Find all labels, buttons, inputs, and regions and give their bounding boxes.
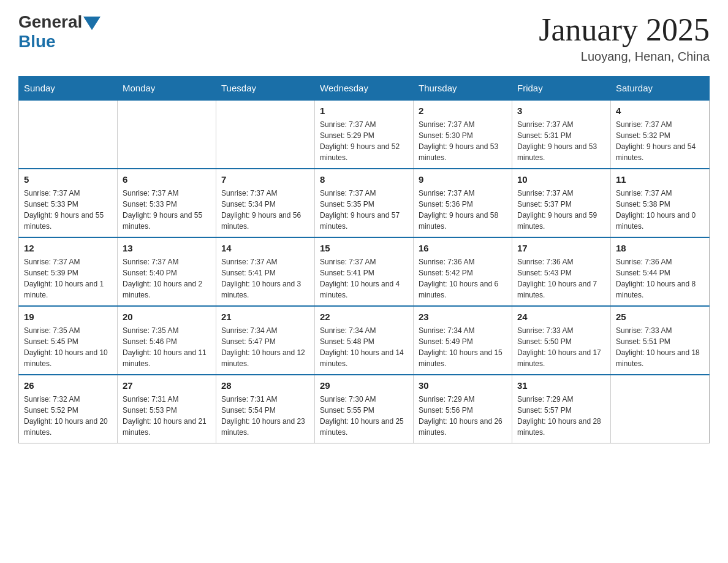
day-number: 19 — [24, 310, 112, 323]
day-info: Sunrise: 7:29 AM Sunset: 5:57 PM Dayligh… — [517, 394, 605, 438]
calendar-header-row: Sunday Monday Tuesday Wednesday Thursday… — [19, 77, 710, 101]
table-row: 20Sunrise: 7:35 AM Sunset: 5:46 PM Dayli… — [118, 306, 216, 375]
day-number: 14 — [221, 242, 309, 255]
logo-arrow-icon — [83, 17, 100, 30]
day-number: 23 — [419, 310, 507, 323]
day-number: 3 — [517, 104, 605, 117]
table-row: 15Sunrise: 7:37 AM Sunset: 5:41 PM Dayli… — [315, 237, 414, 306]
day-number: 20 — [123, 310, 211, 323]
day-info: Sunrise: 7:31 AM Sunset: 5:53 PM Dayligh… — [123, 394, 211, 438]
logo-blue-text: Blue — [18, 32, 56, 52]
table-row: 31Sunrise: 7:29 AM Sunset: 5:57 PM Dayli… — [512, 375, 611, 443]
day-number: 4 — [616, 104, 704, 117]
day-info: Sunrise: 7:33 AM Sunset: 5:51 PM Dayligh… — [616, 325, 704, 369]
day-number: 18 — [616, 242, 704, 255]
table-row: 11Sunrise: 7:37 AM Sunset: 5:38 PM Dayli… — [611, 169, 710, 237]
day-info: Sunrise: 7:37 AM Sunset: 5:38 PM Dayligh… — [616, 188, 704, 232]
day-info: Sunrise: 7:37 AM Sunset: 5:33 PM Dayligh… — [123, 188, 211, 232]
day-number: 8 — [320, 173, 408, 186]
col-header-friday: Friday — [512, 77, 611, 101]
table-row: 5Sunrise: 7:37 AM Sunset: 5:33 PM Daylig… — [19, 169, 118, 237]
calendar-week-row: 5Sunrise: 7:37 AM Sunset: 5:33 PM Daylig… — [19, 169, 710, 237]
table-row: 13Sunrise: 7:37 AM Sunset: 5:40 PM Dayli… — [118, 237, 216, 306]
day-info: Sunrise: 7:37 AM Sunset: 5:29 PM Dayligh… — [320, 119, 408, 163]
day-info: Sunrise: 7:37 AM Sunset: 5:37 PM Dayligh… — [517, 188, 605, 232]
day-number: 12 — [24, 242, 112, 255]
day-info: Sunrise: 7:37 AM Sunset: 5:41 PM Dayligh… — [221, 256, 309, 301]
table-row: 28Sunrise: 7:31 AM Sunset: 5:54 PM Dayli… — [216, 375, 315, 443]
day-number: 6 — [123, 173, 211, 186]
day-number: 31 — [517, 379, 605, 392]
day-info: Sunrise: 7:34 AM Sunset: 5:48 PM Dayligh… — [320, 325, 408, 369]
day-info: Sunrise: 7:34 AM Sunset: 5:49 PM Dayligh… — [419, 325, 507, 369]
day-info: Sunrise: 7:36 AM Sunset: 5:42 PM Dayligh… — [419, 256, 507, 301]
day-info: Sunrise: 7:33 AM Sunset: 5:50 PM Dayligh… — [517, 325, 605, 369]
day-number: 1 — [320, 104, 408, 117]
day-number: 25 — [616, 310, 704, 323]
day-info: Sunrise: 7:37 AM Sunset: 5:33 PM Dayligh… — [24, 188, 112, 232]
col-header-tuesday: Tuesday — [216, 77, 315, 101]
day-number: 5 — [24, 173, 112, 186]
table-row: 9Sunrise: 7:37 AM Sunset: 5:36 PM Daylig… — [414, 169, 512, 237]
col-header-sunday: Sunday — [19, 77, 118, 101]
table-row: 16Sunrise: 7:36 AM Sunset: 5:42 PM Dayli… — [414, 237, 512, 306]
day-number: 16 — [419, 242, 507, 255]
logo-general-text: General — [18, 12, 82, 32]
table-row: 2Sunrise: 7:37 AM Sunset: 5:30 PM Daylig… — [414, 100, 512, 169]
month-title: January 2025 — [539, 12, 710, 47]
day-number: 30 — [419, 379, 507, 392]
calendar-week-row: 19Sunrise: 7:35 AM Sunset: 5:45 PM Dayli… — [19, 306, 710, 375]
day-number: 15 — [320, 242, 408, 255]
table-row: 19Sunrise: 7:35 AM Sunset: 5:45 PM Dayli… — [19, 306, 118, 375]
table-row: 26Sunrise: 7:32 AM Sunset: 5:52 PM Dayli… — [19, 375, 118, 443]
day-info: Sunrise: 7:36 AM Sunset: 5:44 PM Dayligh… — [616, 256, 704, 301]
day-info: Sunrise: 7:32 AM Sunset: 5:52 PM Dayligh… — [24, 394, 112, 438]
day-number: 21 — [221, 310, 309, 323]
title-section: January 2025 Luoyang, Henan, China — [539, 12, 710, 64]
table-row: 14Sunrise: 7:37 AM Sunset: 5:41 PM Dayli… — [216, 237, 315, 306]
col-header-monday: Monday — [118, 77, 216, 101]
table-row: 3Sunrise: 7:37 AM Sunset: 5:31 PM Daylig… — [512, 100, 611, 169]
calendar-week-row: 1Sunrise: 7:37 AM Sunset: 5:29 PM Daylig… — [19, 100, 710, 169]
table-row: 30Sunrise: 7:29 AM Sunset: 5:56 PM Dayli… — [414, 375, 512, 443]
day-info: Sunrise: 7:37 AM Sunset: 5:31 PM Dayligh… — [517, 119, 605, 163]
table-row: 10Sunrise: 7:37 AM Sunset: 5:37 PM Dayli… — [512, 169, 611, 237]
table-row: 6Sunrise: 7:37 AM Sunset: 5:33 PM Daylig… — [118, 169, 216, 237]
day-info: Sunrise: 7:37 AM Sunset: 5:39 PM Dayligh… — [24, 256, 112, 301]
location-label: Luoyang, Henan, China — [539, 50, 710, 64]
day-info: Sunrise: 7:36 AM Sunset: 5:43 PM Dayligh… — [517, 256, 605, 301]
day-info: Sunrise: 7:37 AM Sunset: 5:35 PM Dayligh… — [320, 188, 408, 232]
table-row: 22Sunrise: 7:34 AM Sunset: 5:48 PM Dayli… — [315, 306, 414, 375]
day-info: Sunrise: 7:31 AM Sunset: 5:54 PM Dayligh… — [221, 394, 309, 438]
day-number: 22 — [320, 310, 408, 323]
table-row: 7Sunrise: 7:37 AM Sunset: 5:34 PM Daylig… — [216, 169, 315, 237]
table-row: 18Sunrise: 7:36 AM Sunset: 5:44 PM Dayli… — [611, 237, 710, 306]
day-number: 27 — [123, 379, 211, 392]
day-info: Sunrise: 7:37 AM Sunset: 5:40 PM Dayligh… — [123, 256, 211, 301]
day-info: Sunrise: 7:29 AM Sunset: 5:56 PM Dayligh… — [419, 394, 507, 438]
table-row: 27Sunrise: 7:31 AM Sunset: 5:53 PM Dayli… — [118, 375, 216, 443]
table-row — [118, 100, 216, 169]
day-info: Sunrise: 7:37 AM Sunset: 5:41 PM Dayligh… — [320, 256, 408, 301]
table-row: 1Sunrise: 7:37 AM Sunset: 5:29 PM Daylig… — [315, 100, 414, 169]
day-number: 10 — [517, 173, 605, 186]
col-header-wednesday: Wednesday — [315, 77, 414, 101]
day-number: 2 — [419, 104, 507, 117]
day-info: Sunrise: 7:37 AM Sunset: 5:34 PM Dayligh… — [221, 188, 309, 232]
day-info: Sunrise: 7:37 AM Sunset: 5:30 PM Dayligh… — [419, 119, 507, 163]
calendar-week-row: 26Sunrise: 7:32 AM Sunset: 5:52 PM Dayli… — [19, 375, 710, 443]
table-row: 12Sunrise: 7:37 AM Sunset: 5:39 PM Dayli… — [19, 237, 118, 306]
table-row: 4Sunrise: 7:37 AM Sunset: 5:32 PM Daylig… — [611, 100, 710, 169]
page-header: General Blue January 2025 Luoyang, Henan… — [18, 12, 710, 64]
table-row: 23Sunrise: 7:34 AM Sunset: 5:49 PM Dayli… — [414, 306, 512, 375]
day-info: Sunrise: 7:35 AM Sunset: 5:46 PM Dayligh… — [123, 325, 211, 369]
table-row: 29Sunrise: 7:30 AM Sunset: 5:55 PM Dayli… — [315, 375, 414, 443]
day-number: 17 — [517, 242, 605, 255]
day-info: Sunrise: 7:30 AM Sunset: 5:55 PM Dayligh… — [320, 394, 408, 438]
logo: General Blue — [18, 12, 100, 52]
table-row: 24Sunrise: 7:33 AM Sunset: 5:50 PM Dayli… — [512, 306, 611, 375]
table-row — [19, 100, 118, 169]
col-header-thursday: Thursday — [414, 77, 512, 101]
table-row: 25Sunrise: 7:33 AM Sunset: 5:51 PM Dayli… — [611, 306, 710, 375]
day-number: 29 — [320, 379, 408, 392]
